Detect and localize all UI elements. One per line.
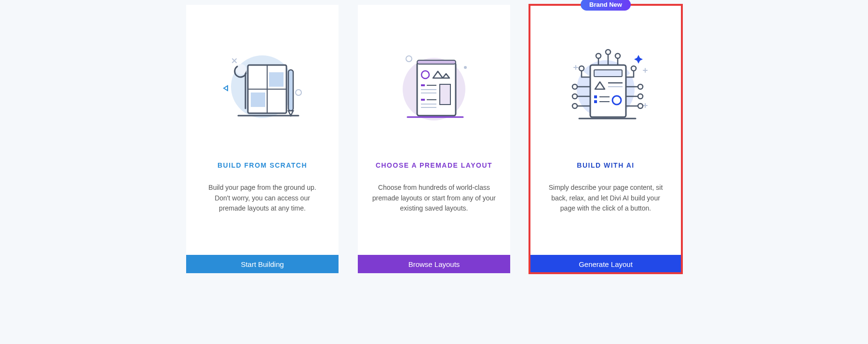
svg-point-14 [464,66,467,69]
svg-point-41 [579,66,584,71]
card-description: Choose from hundreds of world-class prem… [358,183,510,255]
brand-new-badge: Brand New [581,0,631,11]
svg-rect-16 [417,60,456,64]
svg-point-47 [638,104,643,108]
ai-illustration-icon [553,39,659,135]
svg-rect-10 [288,70,293,111]
svg-rect-22 [440,84,450,105]
card-description: Simply describe your page content, sit b… [529,183,682,255]
layout-options-container: BUILD FROM SCRATCH Build your page from … [186,5,682,273]
premade-layout-illustration-icon [381,39,487,135]
svg-point-48 [631,66,636,71]
svg-point-40 [572,104,577,108]
svg-point-52 [606,50,610,54]
svg-point-38 [572,94,577,99]
browse-layouts-button[interactable]: Browse Layouts [358,255,510,273]
svg-point-36 [572,84,577,89]
svg-point-13 [406,56,412,62]
svg-rect-8 [269,72,284,87]
svg-rect-9 [251,93,265,107]
svg-point-43 [638,84,643,89]
svg-point-45 [638,94,643,99]
start-building-button[interactable]: Start Building [186,255,339,273]
card-description: Build your page from the ground up. Don'… [186,183,339,255]
card-title: BUILD FROM SCRATCH [217,161,307,169]
svg-point-50 [596,53,601,58]
card-title: CHOOSE A PREMADE LAYOUT [376,161,492,169]
card-choose-premade-layout[interactable]: CHOOSE A PREMADE LAYOUT Choose from hund… [358,5,510,273]
generate-layout-button[interactable]: Generate Layout [529,255,682,273]
card-build-with-ai[interactable]: Brand New [529,5,682,273]
svg-rect-59 [594,95,597,98]
svg-rect-56 [594,70,622,77]
svg-rect-60 [594,100,597,103]
svg-point-4 [236,64,246,75]
card-build-from-scratch[interactable]: BUILD FROM SCRATCH Build your page from … [186,5,339,273]
svg-rect-23 [421,99,425,101]
card-title: BUILD WITH AI [577,161,634,169]
svg-rect-18 [421,84,425,86]
svg-point-54 [615,53,620,58]
svg-point-3 [296,90,301,95]
scratch-illustration-icon [209,39,315,135]
